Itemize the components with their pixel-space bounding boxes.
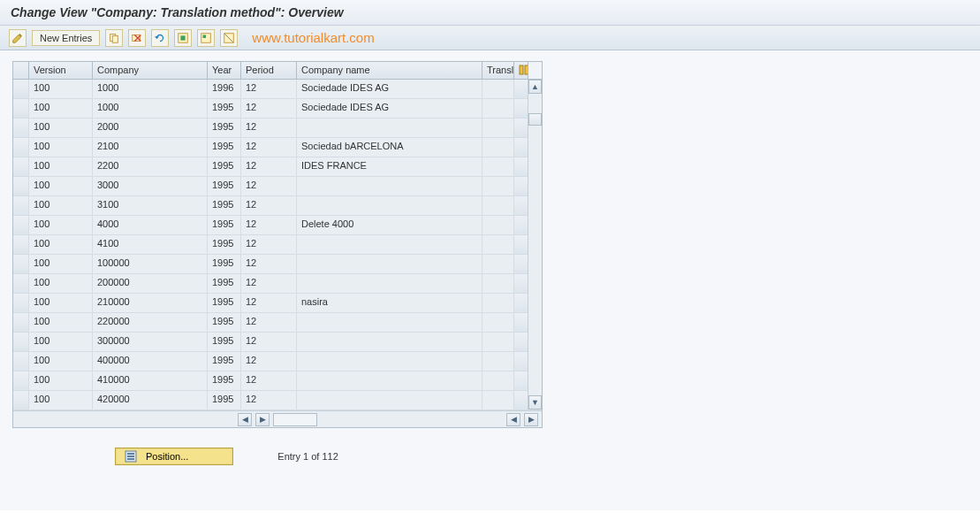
table-row[interactable]: 1001000199612Sociedade IDES AG: [13, 80, 542, 99]
hscroll-track[interactable]: [273, 413, 317, 426]
cell-transla[interactable]: [482, 294, 514, 312]
table-row[interactable]: 1004100199512: [13, 235, 542, 255]
cell-period[interactable]: 12: [241, 196, 297, 215]
cell-company[interactable]: 100000: [93, 255, 208, 273]
cell-transla[interactable]: [482, 255, 514, 273]
cell-version[interactable]: 100: [29, 80, 93, 98]
cell-company[interactable]: 220000: [93, 313, 208, 332]
cell-company[interactable]: 3000: [93, 177, 208, 195]
table-row[interactable]: 100420000199512: [13, 391, 542, 410]
row-selector[interactable]: [13, 196, 29, 215]
cell-company[interactable]: 4000: [93, 216, 208, 234]
cell-year[interactable]: 1995: [208, 99, 241, 118]
cell-period[interactable]: 12: [241, 333, 297, 351]
cell-company-name[interactable]: [297, 255, 482, 273]
cell-company[interactable]: 210000: [93, 294, 208, 312]
cell-company-name[interactable]: Delete 4000: [297, 216, 482, 234]
table-row[interactable]: 100300000199512: [13, 333, 542, 352]
deselect-all-icon[interactable]: [220, 29, 238, 47]
cell-company[interactable]: 420000: [93, 391, 208, 410]
cell-version[interactable]: 100: [29, 138, 93, 157]
cell-year[interactable]: 1995: [208, 138, 241, 157]
cell-transla[interactable]: [482, 313, 514, 332]
cell-transla[interactable]: [482, 177, 514, 195]
table-row[interactable]: 1001000199512Sociedade IDES AG: [13, 99, 542, 119]
cell-company-name[interactable]: [297, 391, 482, 410]
toggle-display-change-icon[interactable]: [9, 29, 27, 47]
cell-period[interactable]: 12: [241, 235, 297, 254]
table-row[interactable]: 1003000199512: [13, 177, 542, 196]
cell-transla[interactable]: [482, 274, 514, 293]
horizontal-scrollbar[interactable]: ◀ ▶ ◀ ▶: [13, 410, 542, 427]
cell-transla[interactable]: [482, 391, 514, 410]
cell-company-name[interactable]: nasira: [297, 294, 482, 312]
cell-period[interactable]: 12: [241, 80, 297, 98]
cell-period[interactable]: 12: [241, 391, 297, 410]
cell-version[interactable]: 100: [29, 371, 93, 390]
cell-version[interactable]: 100: [29, 177, 93, 195]
cell-year[interactable]: 1995: [208, 255, 241, 273]
header-period[interactable]: Period: [241, 62, 297, 79]
table-row[interactable]: 100100000199512: [13, 255, 542, 274]
cell-year[interactable]: 1995: [208, 333, 241, 351]
cell-version[interactable]: 100: [29, 157, 93, 176]
table-row[interactable]: 1002100199512Sociedad bARCELONA: [13, 138, 542, 157]
table-row[interactable]: 1002000199512: [13, 119, 542, 138]
cell-period[interactable]: 12: [241, 371, 297, 390]
undo-icon[interactable]: [151, 29, 169, 47]
cell-period[interactable]: 12: [241, 119, 297, 137]
select-all-icon[interactable]: [174, 29, 192, 47]
cell-period[interactable]: 12: [241, 99, 297, 118]
cell-transla[interactable]: [482, 216, 514, 234]
table-row[interactable]: 1003100199512: [13, 196, 542, 216]
position-button[interactable]: Position...: [115, 448, 233, 465]
hscroll-right-icon[interactable]: ▶: [255, 413, 270, 426]
row-selector[interactable]: [13, 371, 29, 390]
cell-version[interactable]: 100: [29, 255, 93, 273]
cell-transla[interactable]: [482, 80, 514, 98]
cell-company-name[interactable]: [297, 119, 482, 137]
row-selector[interactable]: [13, 119, 29, 137]
table-row[interactable]: 1004000199512Delete 4000: [13, 216, 542, 235]
cell-company[interactable]: 2000: [93, 119, 208, 137]
select-block-icon[interactable]: [197, 29, 215, 47]
cell-period[interactable]: 12: [241, 157, 297, 176]
row-selector[interactable]: [13, 255, 29, 273]
cell-period[interactable]: 12: [241, 313, 297, 332]
cell-year[interactable]: 1995: [208, 274, 241, 293]
cell-year[interactable]: 1995: [208, 216, 241, 234]
table-row[interactable]: 100220000199512: [13, 313, 542, 333]
cell-version[interactable]: 100: [29, 235, 93, 254]
cell-year[interactable]: 1995: [208, 391, 241, 410]
cell-company[interactable]: 410000: [93, 371, 208, 390]
cell-period[interactable]: 12: [241, 177, 297, 195]
table-row[interactable]: 100400000199512: [13, 352, 542, 371]
cell-transla[interactable]: [482, 371, 514, 390]
cell-version[interactable]: 100: [29, 216, 93, 234]
cell-version[interactable]: 100: [29, 196, 93, 215]
cell-transla[interactable]: [482, 333, 514, 351]
cell-year[interactable]: 1995: [208, 196, 241, 215]
cell-transla[interactable]: [482, 119, 514, 137]
row-selector[interactable]: [13, 274, 29, 293]
row-selector[interactable]: [13, 138, 29, 157]
table-row[interactable]: 100410000199512: [13, 371, 542, 391]
table-row[interactable]: 100200000199512: [13, 274, 542, 294]
cell-company-name[interactable]: Sociedade IDES AG: [297, 99, 482, 118]
cell-transla[interactable]: [482, 352, 514, 371]
cell-version[interactable]: 100: [29, 313, 93, 332]
cell-company-name[interactable]: Sociedade IDES AG: [297, 80, 482, 98]
header-company[interactable]: Company: [93, 62, 208, 79]
cell-version[interactable]: 100: [29, 99, 93, 118]
cell-transla[interactable]: [482, 196, 514, 215]
cell-company-name[interactable]: [297, 371, 482, 390]
cell-year[interactable]: 1995: [208, 294, 241, 312]
cell-company-name[interactable]: IDES FRANCE: [297, 157, 482, 176]
cell-period[interactable]: 12: [241, 138, 297, 157]
cell-company-name[interactable]: Sociedad bARCELONA: [297, 138, 482, 157]
row-selector[interactable]: [13, 216, 29, 234]
cell-company-name[interactable]: [297, 177, 482, 195]
cell-year[interactable]: 1996: [208, 80, 241, 98]
cell-company[interactable]: 2200: [93, 157, 208, 176]
cell-version[interactable]: 100: [29, 333, 93, 351]
